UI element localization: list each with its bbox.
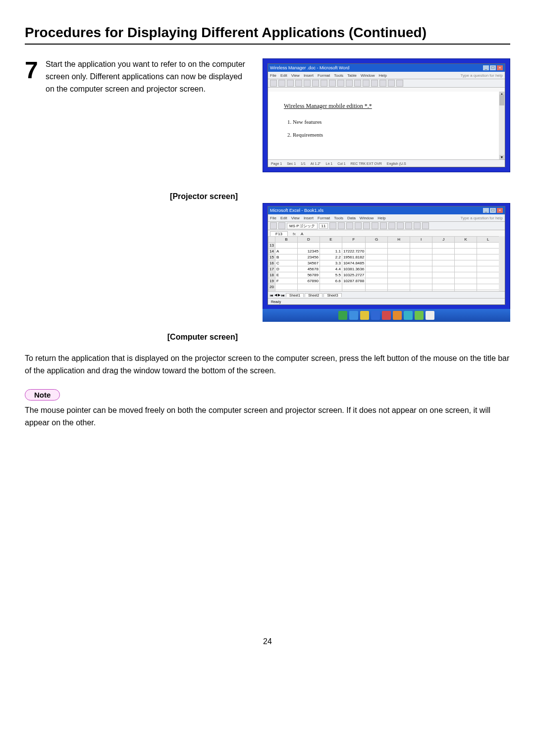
toolbar-icon[interactable] (379, 80, 386, 87)
col-header[interactable] (268, 237, 275, 243)
word-scrollbar[interactable]: ▲ ▼ (499, 92, 505, 160)
toolbar-icon[interactable] (397, 222, 404, 229)
cell[interactable] (455, 266, 477, 272)
menu-item[interactable]: Table (347, 73, 357, 78)
help-field[interactable]: Type a question for help (461, 216, 503, 220)
cell[interactable]: 17222.7270 (342, 249, 365, 254)
toolbar-icon[interactable] (304, 80, 311, 87)
cell[interactable] (410, 249, 432, 254)
menu-item[interactable]: Tools (334, 216, 343, 220)
toolbar-icon[interactable] (388, 222, 395, 229)
tab-nav-last-icon[interactable]: ⏭ (281, 294, 285, 297)
cell[interactable]: 1.1 (320, 249, 342, 254)
toolbar-icon[interactable] (346, 80, 353, 87)
row-header[interactable]: 15 (268, 254, 275, 260)
cell[interactable] (366, 260, 388, 266)
close-icon[interactable]: × (497, 208, 503, 213)
excel-grid[interactable]: BDEFGHIJKLM1314A123451.117222.727015B234… (268, 236, 499, 292)
tab-nav-next-icon[interactable]: ▶ (278, 293, 280, 297)
font-size[interactable]: 11 (319, 223, 328, 229)
cell[interactable] (366, 278, 388, 284)
sheet-tab[interactable]: Sheet3 (323, 293, 341, 297)
cell[interactable]: E (275, 272, 297, 278)
cell[interactable] (477, 249, 499, 254)
row-header[interactable]: 14 (268, 249, 275, 254)
menu-item[interactable]: Insert (304, 73, 314, 78)
toolbar-icon[interactable] (312, 80, 319, 87)
cell[interactable] (366, 284, 388, 290)
menu-item[interactable]: Format (318, 73, 330, 78)
maximize-icon[interactable]: □ (490, 65, 496, 70)
toolbar-icon[interactable] (278, 222, 285, 229)
toolbar-icon[interactable] (363, 80, 370, 87)
cell[interactable]: D (275, 266, 297, 272)
toolbar-icon[interactable] (372, 222, 378, 229)
cell[interactable]: 45678 (297, 266, 320, 272)
menu-item[interactable]: Tools (334, 73, 343, 78)
row-header[interactable]: 17 (268, 266, 275, 272)
toolbar-icon[interactable] (354, 80, 361, 87)
toolbar-icon[interactable] (422, 222, 429, 229)
cell[interactable] (455, 254, 477, 260)
toolbar-icon[interactable] (270, 80, 277, 87)
minimize-icon[interactable]: _ (483, 65, 489, 70)
cell[interactable] (432, 243, 455, 249)
cell[interactable] (388, 272, 410, 278)
sheet-tab[interactable]: Sheet2 (305, 293, 322, 297)
name-box[interactable]: F13 (270, 231, 288, 237)
cell[interactable] (320, 243, 342, 249)
cell[interactable] (366, 272, 388, 278)
cell[interactable] (432, 249, 455, 254)
toolbar-icon[interactable] (278, 80, 285, 87)
cell[interactable] (432, 284, 455, 290)
col-header[interactable]: K (455, 237, 477, 243)
cell[interactable]: 34567 (297, 260, 320, 266)
scroll-thumb[interactable] (499, 95, 504, 105)
col-header[interactable]: D (297, 237, 320, 243)
tab-nav-prev-icon[interactable]: ◀ (274, 293, 277, 297)
cell[interactable] (477, 254, 499, 260)
cell[interactable] (477, 278, 499, 284)
cell[interactable] (477, 272, 499, 278)
cell[interactable] (320, 284, 342, 290)
cell[interactable]: C (275, 260, 297, 266)
taskbar-icon[interactable] (426, 311, 434, 320)
cell[interactable] (297, 243, 320, 249)
cell[interactable]: F (275, 278, 297, 284)
menu-item[interactable]: View (291, 216, 300, 220)
cell[interactable] (455, 278, 477, 284)
col-header[interactable]: L (477, 237, 499, 243)
row-header[interactable]: 19 (268, 278, 275, 284)
toolbar-icon[interactable] (329, 80, 336, 87)
menu-item[interactable]: Help (379, 73, 387, 78)
cell[interactable] (388, 254, 410, 260)
cell[interactable] (477, 243, 499, 249)
taskbar-icon[interactable] (404, 311, 413, 320)
cell[interactable] (410, 272, 432, 278)
taskbar-icon[interactable] (393, 311, 402, 320)
excel-scrollbar[interactable] (499, 236, 505, 292)
cell[interactable]: 10381.3636 (342, 266, 365, 272)
cell[interactable] (410, 284, 432, 290)
cell[interactable] (410, 278, 432, 284)
menu-item[interactable]: File (270, 216, 276, 220)
col-header[interactable]: F (342, 237, 365, 243)
col-header[interactable]: J (432, 237, 455, 243)
toolbar-icon[interactable] (270, 222, 277, 229)
cell[interactable] (410, 266, 432, 272)
fx-icon[interactable]: fx (291, 232, 298, 236)
cell[interactable] (410, 254, 432, 260)
row-header[interactable]: 16 (268, 260, 275, 266)
cell[interactable] (410, 260, 432, 266)
cell[interactable] (388, 266, 410, 272)
menu-item[interactable]: Insert (304, 216, 314, 220)
toolbar-icon[interactable] (405, 222, 412, 229)
cell[interactable]: 4.4 (320, 266, 342, 272)
col-header[interactable]: G (366, 237, 388, 243)
col-header[interactable]: I (410, 237, 432, 243)
cell[interactable] (455, 284, 477, 290)
menu-item[interactable]: Edit (280, 216, 287, 220)
close-icon[interactable]: × (497, 65, 503, 70)
cell[interactable] (455, 272, 477, 278)
menu-item[interactable]: View (291, 73, 300, 78)
